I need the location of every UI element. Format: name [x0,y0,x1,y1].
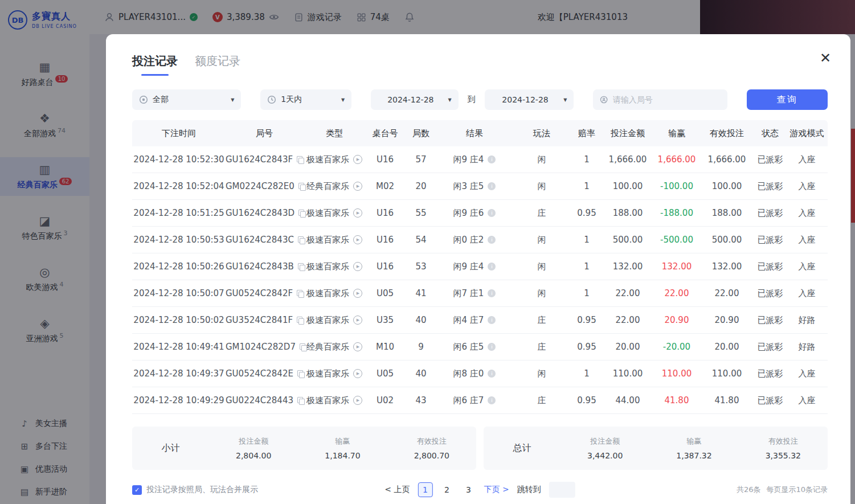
cell-play: 闲 [512,368,572,379]
round-id-text: GU0224C28443 [226,395,293,405]
bet-amount-label: 投注金额 [209,436,298,446]
cell-play: 闲 [512,235,572,245]
cell-rounds: 40 [404,315,437,325]
win-loss-value: 41.80 [665,395,689,405]
table-body: 2024-12-28 10:52:30GU1624C2843F极速百家乐▶U16… [132,146,828,414]
play-icon[interactable]: ▶ [353,342,362,351]
copy-icon[interactable] [300,343,303,351]
cell-mode: 入座 [786,288,828,299]
cell-rounds: 53 [404,261,437,272]
cell-win: -100.00 [654,181,699,191]
play-icon[interactable]: ▶ [353,289,362,298]
cell-bet: 22.00 [602,288,654,298]
cell-table_no: U35 [366,315,404,325]
copy-icon[interactable] [297,370,303,378]
next-page-button[interactable]: 下页 > [484,485,509,495]
cell-status: 已派彩 [754,342,786,353]
play-icon[interactable]: ▶ [353,208,362,218]
column-header: 下注时间 [132,128,226,139]
subtotal-valid: 有效投注 2,800.70 [387,436,476,460]
cell-time: 2024-12-28 10:50:02 [132,315,226,325]
column-header: 有效投注 [699,128,754,139]
cell-play: 庄 [512,315,572,326]
jump-to-input[interactable] [549,482,575,498]
date-to-value: 2024-12-28 [492,95,559,104]
cell-valid: 41.80 [699,395,754,405]
game-type-text: 极速百家乐 [306,235,349,245]
info-icon: i [488,209,496,217]
cell-type: 极速百家乐▶ [303,315,366,326]
cell-odds: 0.95 [572,395,602,405]
merge-checkbox[interactable]: ✓ [132,485,142,495]
cell-valid: 110.00 [699,368,754,379]
total-count-label: 共26条 [737,485,761,495]
cell-mode: 入座 [786,181,828,192]
cell-status: 已派彩 [754,261,786,272]
page-button-2[interactable]: 2 [440,482,455,497]
cell-bet: 500.00 [602,235,654,245]
copy-icon[interactable] [298,210,303,217]
round-search-input[interactable] [613,95,721,104]
copy-icon[interactable] [298,183,303,190]
column-header: 结果 [437,128,512,139]
cell-rounds: 9 [404,342,437,352]
cell-round_id: GU1624C2843B [226,261,303,272]
play-icon[interactable]: ▶ [353,262,362,271]
cell-win: 41.80 [654,395,699,405]
category-filter-select[interactable]: 全部 ▼ [132,89,241,110]
copy-icon[interactable] [297,317,303,324]
cell-win: -500.00 [654,235,699,245]
date-from-picker[interactable]: 2024-12-28 ▼ [371,89,459,110]
copy-icon[interactable] [297,397,303,404]
result-text: 闲9 庄4 [453,154,484,165]
column-header: 投注金额 [602,128,654,139]
date-to-picker[interactable]: 2024-12-28 ▼ [485,89,574,110]
cell-status: 已派彩 [754,288,786,299]
prev-page-button[interactable]: < 上页 [384,485,410,495]
copy-icon[interactable] [298,236,303,244]
clock-icon [267,95,276,104]
page-button-1[interactable]: 1 [418,482,433,497]
play-icon[interactable]: ▶ [353,235,362,244]
cell-bet: 1,666.00 [602,154,654,165]
time-range-select[interactable]: 1天内 ▼ [260,89,351,110]
page-numbers: 123 [418,482,476,497]
win-loss-label: 输赢 [298,436,387,446]
query-button[interactable]: 查询 [747,89,828,110]
cell-result: 闲9 庄6i [437,208,512,219]
round-id-text: GU1624C2843D [226,208,294,218]
play-icon[interactable]: ▶ [353,155,362,164]
cell-status: 已派彩 [754,208,786,219]
copy-icon[interactable] [297,156,303,163]
column-header: 桌台号 [366,128,404,139]
cell-result: 闲9 庄4i [437,261,512,272]
cell-valid: 20.90 [699,315,754,325]
table-row: 2024-12-28 10:52:30GU1624C2843F极速百家乐▶U16… [132,146,828,173]
play-icon[interactable]: ▶ [353,182,362,191]
cell-result: 闲4 庄7i [437,315,512,326]
caret-down-icon: ▼ [231,97,234,103]
cell-table_no: M10 [366,342,404,352]
column-header: 玩法 [512,128,572,139]
win-loss-value: 110.00 [662,368,692,379]
play-icon[interactable]: ▶ [353,315,362,325]
cell-time: 2024-12-28 10:49:41 [132,342,226,352]
cell-valid: 1,666.00 [699,154,754,165]
copy-icon[interactable] [297,290,303,297]
subtotal-win: 输赢 1,184.70 [298,436,387,460]
cell-odds: 0.95 [572,208,602,218]
cell-type: 经典百家乐▶ [303,181,366,192]
cell-status: 已派彩 [754,315,786,326]
play-icon[interactable]: ▶ [353,369,362,378]
tab-bet-records[interactable]: 投注记录 [132,54,178,76]
column-header: 局号 [226,128,303,139]
play-icon[interactable]: ▶ [353,396,362,405]
copy-icon[interactable] [298,263,303,271]
page-button-3[interactable]: 3 [461,482,476,497]
cell-bet: 100.00 [602,181,654,191]
cell-odds: 1 [572,261,602,272]
tab-quota-records[interactable]: 额度记录 [195,54,240,76]
cell-win: 22.00 [654,288,699,298]
cell-type: 极速百家乐▶ [303,288,366,299]
close-icon[interactable]: ✕ [820,50,831,66]
